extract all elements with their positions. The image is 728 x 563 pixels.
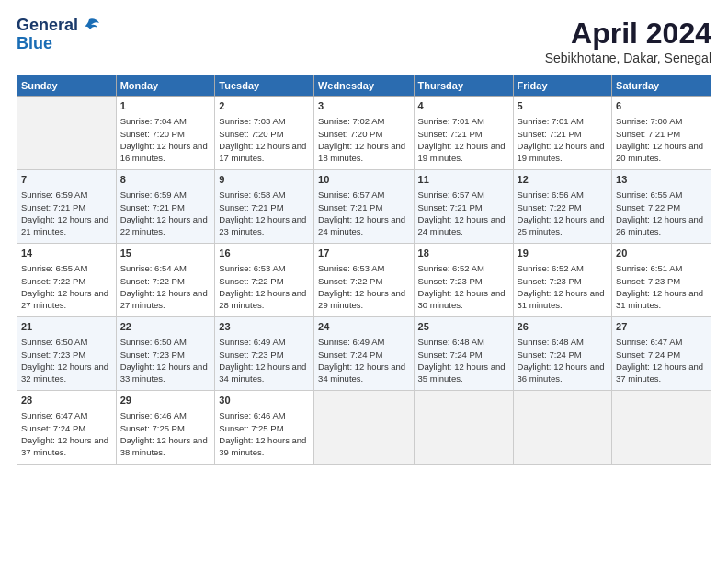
calendar-week-row: 14Sunrise: 6:55 AMSunset: 7:22 PMDayligh…	[17, 244, 711, 317]
logo-text: General	[17, 17, 99, 35]
day-number: 25	[418, 320, 509, 334]
day-info: Sunrise: 6:46 AMSunset: 7:25 PMDaylight:…	[120, 410, 208, 457]
calendar-cell	[414, 391, 513, 465]
day-info: Sunrise: 6:56 AMSunset: 7:22 PMDaylight:…	[518, 190, 605, 236]
day-info: Sunrise: 6:51 AMSunset: 7:23 PMDaylight:…	[616, 263, 703, 310]
day-info: Sunrise: 6:52 AMSunset: 7:23 PMDaylight:…	[418, 263, 506, 310]
weekday-header-thursday: Thursday	[414, 75, 513, 97]
day-info: Sunrise: 6:59 AMSunset: 7:21 PMDaylight:…	[21, 190, 108, 236]
calendar-cell: 30Sunrise: 6:46 AMSunset: 7:25 PMDayligh…	[215, 391, 314, 465]
day-info: Sunrise: 6:46 AMSunset: 7:25 PMDaylight:…	[219, 410, 306, 457]
calendar-cell: 26Sunrise: 6:48 AMSunset: 7:24 PMDayligh…	[513, 317, 612, 391]
day-info: Sunrise: 6:57 AMSunset: 7:21 PMDaylight:…	[418, 190, 506, 236]
day-number: 23	[219, 320, 310, 334]
day-info: Sunrise: 6:55 AMSunset: 7:22 PMDaylight:…	[616, 190, 703, 236]
calendar-cell: 24Sunrise: 6:49 AMSunset: 7:24 PMDayligh…	[314, 317, 414, 391]
day-info: Sunrise: 6:49 AMSunset: 7:24 PMDaylight:…	[318, 337, 405, 384]
calendar-cell: 29Sunrise: 6:46 AMSunset: 7:25 PMDayligh…	[116, 391, 215, 465]
day-number: 11	[418, 173, 509, 187]
day-number: 17	[318, 247, 409, 260]
calendar-header: General Blue April 2024 Sebikhotane, Dak…	[17, 17, 711, 65]
calendar-cell: 6Sunrise: 7:00 AMSunset: 7:21 PMDaylight…	[612, 97, 711, 170]
day-info: Sunrise: 6:47 AMSunset: 7:24 PMDaylight:…	[21, 410, 108, 457]
weekday-header-saturday: Saturday	[612, 75, 711, 97]
day-number: 20	[616, 247, 707, 260]
logo: General Blue	[17, 17, 99, 53]
day-info: Sunrise: 6:55 AMSunset: 7:22 PMDaylight:…	[21, 263, 108, 310]
day-number: 15	[120, 247, 211, 260]
day-number: 1	[120, 99, 211, 113]
day-number: 24	[318, 320, 409, 334]
day-number: 7	[21, 173, 112, 187]
calendar-cell: 13Sunrise: 6:55 AMSunset: 7:22 PMDayligh…	[612, 170, 711, 244]
calendar-table: SundayMondayTuesdayWednesdayThursdayFrid…	[17, 75, 711, 465]
calendar-cell: 15Sunrise: 6:54 AMSunset: 7:22 PMDayligh…	[116, 244, 215, 317]
day-info: Sunrise: 6:50 AMSunset: 7:23 PMDaylight:…	[21, 337, 108, 384]
day-number: 14	[21, 247, 112, 260]
day-number: 18	[418, 247, 509, 260]
calendar-cell	[17, 97, 117, 170]
calendar-cell: 17Sunrise: 6:53 AMSunset: 7:22 PMDayligh…	[314, 244, 414, 317]
day-info: Sunrise: 7:01 AMSunset: 7:21 PMDaylight:…	[518, 116, 605, 163]
day-info: Sunrise: 6:53 AMSunset: 7:22 PMDaylight:…	[219, 263, 306, 310]
day-info: Sunrise: 6:59 AMSunset: 7:21 PMDaylight:…	[120, 190, 208, 236]
day-info: Sunrise: 6:48 AMSunset: 7:24 PMDaylight:…	[418, 337, 506, 384]
day-number: 29	[120, 394, 211, 408]
calendar-cell: 10Sunrise: 6:57 AMSunset: 7:21 PMDayligh…	[314, 170, 414, 244]
calendar-cell: 4Sunrise: 7:01 AMSunset: 7:21 PMDaylight…	[414, 97, 513, 170]
day-number: 22	[120, 320, 211, 334]
calendar-cell: 21Sunrise: 6:50 AMSunset: 7:23 PMDayligh…	[17, 317, 117, 391]
calendar-cell: 25Sunrise: 6:48 AMSunset: 7:24 PMDayligh…	[414, 317, 513, 391]
day-info: Sunrise: 6:58 AMSunset: 7:21 PMDaylight:…	[219, 190, 306, 236]
day-info: Sunrise: 6:49 AMSunset: 7:23 PMDaylight:…	[219, 337, 306, 384]
day-number: 16	[219, 247, 310, 260]
calendar-cell: 9Sunrise: 6:58 AMSunset: 7:21 PMDaylight…	[215, 170, 314, 244]
logo-bird-icon	[79, 17, 99, 34]
logo-blue-text: Blue	[17, 35, 99, 53]
calendar-cell: 23Sunrise: 6:49 AMSunset: 7:23 PMDayligh…	[215, 317, 314, 391]
weekday-header-wednesday: Wednesday	[314, 75, 414, 97]
day-number: 4	[418, 99, 509, 113]
calendar-cell	[612, 391, 711, 465]
day-number: 5	[518, 99, 609, 113]
calendar-cell: 18Sunrise: 6:52 AMSunset: 7:23 PMDayligh…	[414, 244, 513, 317]
weekday-header-sunday: Sunday	[17, 75, 117, 97]
day-number: 19	[518, 247, 609, 260]
calendar-cell: 22Sunrise: 6:50 AMSunset: 7:23 PMDayligh…	[116, 317, 215, 391]
calendar-cell: 11Sunrise: 6:57 AMSunset: 7:21 PMDayligh…	[414, 170, 513, 244]
day-number: 21	[21, 320, 112, 334]
day-info: Sunrise: 6:47 AMSunset: 7:24 PMDaylight:…	[616, 337, 703, 384]
day-info: Sunrise: 6:52 AMSunset: 7:23 PMDaylight:…	[518, 263, 605, 310]
day-info: Sunrise: 7:03 AMSunset: 7:20 PMDaylight:…	[219, 116, 306, 163]
calendar-cell: 16Sunrise: 6:53 AMSunset: 7:22 PMDayligh…	[215, 244, 314, 317]
day-info: Sunrise: 6:53 AMSunset: 7:22 PMDaylight:…	[318, 263, 405, 310]
day-number: 30	[219, 394, 310, 408]
calendar-cell: 7Sunrise: 6:59 AMSunset: 7:21 PMDaylight…	[17, 170, 117, 244]
calendar-cell: 2Sunrise: 7:03 AMSunset: 7:20 PMDaylight…	[215, 97, 314, 170]
calendar-cell	[314, 391, 414, 465]
month-title: April 2024	[545, 17, 711, 51]
calendar-cell: 12Sunrise: 6:56 AMSunset: 7:22 PMDayligh…	[513, 170, 612, 244]
day-number: 6	[616, 99, 707, 113]
calendar-cell: 20Sunrise: 6:51 AMSunset: 7:23 PMDayligh…	[612, 244, 711, 317]
calendar-cell: 1Sunrise: 7:04 AMSunset: 7:20 PMDaylight…	[116, 97, 215, 170]
weekday-header-tuesday: Tuesday	[215, 75, 314, 97]
day-info: Sunrise: 6:48 AMSunset: 7:24 PMDaylight:…	[518, 337, 605, 384]
day-number: 8	[120, 173, 211, 187]
calendar-cell: 19Sunrise: 6:52 AMSunset: 7:23 PMDayligh…	[513, 244, 612, 317]
day-info: Sunrise: 7:01 AMSunset: 7:21 PMDaylight:…	[418, 116, 506, 163]
weekday-header-row: SundayMondayTuesdayWednesdayThursdayFrid…	[17, 75, 711, 97]
calendar-week-row: 28Sunrise: 6:47 AMSunset: 7:24 PMDayligh…	[17, 391, 711, 465]
day-info: Sunrise: 7:04 AMSunset: 7:20 PMDaylight:…	[120, 116, 208, 163]
weekday-header-friday: Friday	[513, 75, 612, 97]
day-info: Sunrise: 6:50 AMSunset: 7:23 PMDaylight:…	[120, 337, 208, 384]
day-number: 2	[219, 99, 310, 113]
day-info: Sunrise: 7:02 AMSunset: 7:20 PMDaylight:…	[318, 116, 405, 163]
calendar-container: General Blue April 2024 Sebikhotane, Dak…	[0, 0, 728, 474]
day-info: Sunrise: 6:57 AMSunset: 7:21 PMDaylight:…	[318, 190, 405, 236]
calendar-cell: 14Sunrise: 6:55 AMSunset: 7:22 PMDayligh…	[17, 244, 117, 317]
calendar-cell: 3Sunrise: 7:02 AMSunset: 7:20 PMDaylight…	[314, 97, 414, 170]
day-number: 12	[518, 173, 609, 187]
weekday-header-monday: Monday	[116, 75, 215, 97]
day-number: 10	[318, 173, 409, 187]
